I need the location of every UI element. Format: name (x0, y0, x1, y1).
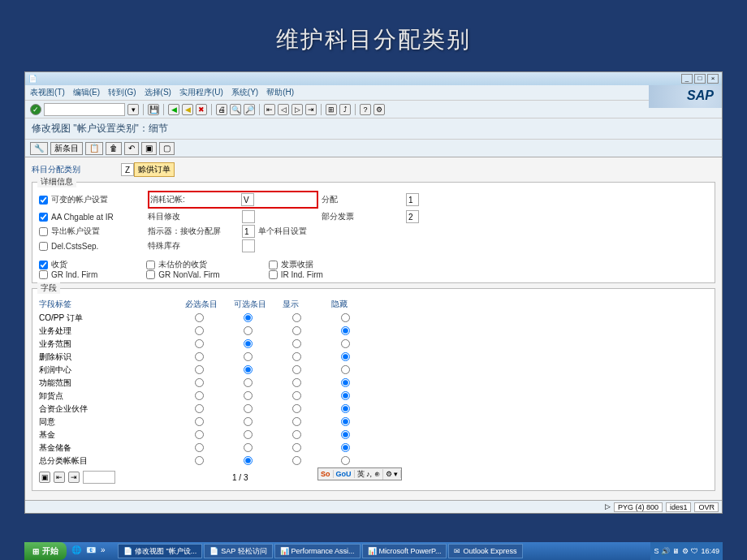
find-button[interactable]: 🔍 (230, 104, 241, 115)
partial-invoice-input[interactable] (406, 210, 419, 223)
tray-icon-4[interactable]: ⚙ (682, 547, 689, 555)
tray-icon-5[interactable]: 🛡 (691, 547, 698, 555)
taskbar-item-0[interactable]: 📄修改视图 "帐户设... (118, 544, 202, 558)
taskbar-item-1[interactable]: 📄SAP 轻松访问 (204, 544, 272, 558)
ime-bar[interactable]: SoGoU 英 ♪, ⊕ ⚙ ▾ (317, 467, 402, 480)
field-radio[interactable] (244, 417, 253, 426)
print-button[interactable]: 🖨 (216, 104, 227, 115)
first-row-button[interactable]: ⇤ (54, 472, 65, 483)
indicator-input[interactable] (242, 225, 255, 238)
quick-launch-3[interactable]: » (101, 545, 112, 557)
field-radio[interactable] (341, 430, 350, 439)
field-radio[interactable] (341, 417, 350, 426)
last-row-button[interactable]: ⇥ (68, 472, 80, 483)
field-radio[interactable] (195, 391, 204, 400)
field-radio[interactable] (341, 365, 350, 374)
undo-button[interactable]: ↶ (124, 142, 139, 155)
field-radio[interactable] (195, 443, 204, 452)
cancel-button[interactable]: ✖ (196, 104, 207, 115)
field-radio[interactable] (244, 339, 253, 348)
copy-button[interactable]: 📋 (85, 142, 103, 155)
special-stock-input[interactable] (242, 239, 255, 252)
menu-table-view[interactable]: 表视图(T) (30, 87, 65, 98)
close-button[interactable]: × (707, 74, 719, 84)
help-button[interactable]: ? (360, 104, 371, 115)
field-radio[interactable] (244, 404, 253, 413)
field-radio[interactable] (195, 456, 204, 465)
menu-help[interactable]: 帮助(H) (266, 87, 294, 98)
ime-menu[interactable]: ⚙ ▾ (383, 470, 402, 478)
taskbar-item-2[interactable]: 📊Performance Assi... (274, 544, 361, 558)
new-entry-button[interactable]: 新条目 (50, 142, 83, 155)
field-radio[interactable] (195, 430, 204, 439)
status-triangle-icon[interactable]: ▷ (605, 502, 611, 512)
enter-button[interactable]: ✓ (30, 104, 41, 115)
select-button[interactable]: ▣ (141, 142, 157, 155)
back-button[interactable]: ◀ (168, 104, 179, 115)
field-radio[interactable] (292, 313, 301, 322)
field-radio[interactable] (195, 365, 204, 374)
field-radio[interactable] (244, 326, 253, 335)
layout-button[interactable]: ⚙ (374, 104, 385, 115)
start-button[interactable]: ⊞ 开始 (24, 542, 67, 560)
chk-variable[interactable] (39, 196, 48, 205)
last-page-button[interactable]: ⇥ (305, 104, 317, 115)
deselect-button[interactable]: ▢ (159, 142, 175, 155)
tray-icon-2[interactable]: 🔊 (661, 547, 670, 555)
chk-del[interactable] (39, 242, 48, 251)
tray-icon-3[interactable]: 🖥 (672, 547, 680, 555)
field-radio[interactable] (292, 326, 301, 335)
delete-button[interactable]: 🗑 (106, 142, 122, 155)
field-radio[interactable] (195, 339, 204, 348)
field-radio[interactable] (244, 365, 253, 374)
menu-select[interactable]: 选择(S) (145, 87, 171, 98)
quick-launch-1[interactable]: 🌐 (71, 545, 83, 557)
field-radio[interactable] (195, 313, 204, 322)
minimize-button[interactable]: _ (681, 74, 693, 84)
field-radio[interactable] (341, 456, 350, 465)
chk-receipt[interactable] (39, 261, 48, 269)
account-mod-input[interactable] (242, 210, 255, 223)
command-field[interactable] (44, 103, 125, 116)
field-radio[interactable] (341, 326, 350, 335)
consumption-input[interactable] (241, 193, 254, 206)
menu-goto[interactable]: 转到(G) (108, 87, 136, 98)
distribution-input[interactable] (406, 193, 419, 206)
ime-mode[interactable]: 英 ♪, ⊕ (355, 469, 383, 480)
field-radio[interactable] (292, 391, 301, 400)
field-radio[interactable] (341, 404, 350, 413)
taskbar-item-3[interactable]: 📊Microsoft PowerP... (362, 544, 447, 558)
field-radio[interactable] (195, 352, 204, 361)
field-radio[interactable] (292, 417, 301, 426)
maximize-button[interactable]: □ (694, 74, 706, 84)
field-radio[interactable] (341, 378, 350, 387)
chk-aa[interactable] (39, 213, 48, 222)
field-radio[interactable] (341, 339, 350, 348)
next-page-button[interactable]: ▷ (291, 104, 303, 115)
menu-edit[interactable]: 编辑(E) (73, 87, 100, 98)
field-radio[interactable] (244, 456, 253, 465)
field-radio[interactable] (292, 404, 301, 413)
position-button[interactable]: ▣ (39, 472, 50, 483)
menu-system[interactable]: 系统(Y) (231, 87, 258, 98)
position-input[interactable] (83, 471, 115, 484)
quick-launch-2[interactable]: 📧 (86, 545, 97, 557)
field-radio[interactable] (292, 430, 301, 439)
field-radio[interactable] (244, 378, 253, 387)
field-radio[interactable] (341, 391, 350, 400)
field-radio[interactable] (292, 456, 301, 465)
field-radio[interactable] (292, 352, 301, 361)
field-radio[interactable] (195, 404, 204, 413)
field-radio[interactable] (292, 365, 301, 374)
field-radio[interactable] (244, 430, 253, 439)
field-radio[interactable] (195, 326, 204, 335)
chk-gr-nonval-firm[interactable] (146, 270, 155, 279)
field-radio[interactable] (244, 443, 253, 452)
save-button[interactable]: 💾 (148, 104, 159, 115)
shortcut-button[interactable]: ⤴ (339, 104, 351, 115)
prev-page-button[interactable]: ◁ (278, 104, 289, 115)
field-radio[interactable] (195, 417, 204, 426)
field-radio[interactable] (292, 443, 301, 452)
find-next-button[interactable]: 🔎 (244, 104, 255, 115)
chk-invoice[interactable] (269, 261, 278, 269)
